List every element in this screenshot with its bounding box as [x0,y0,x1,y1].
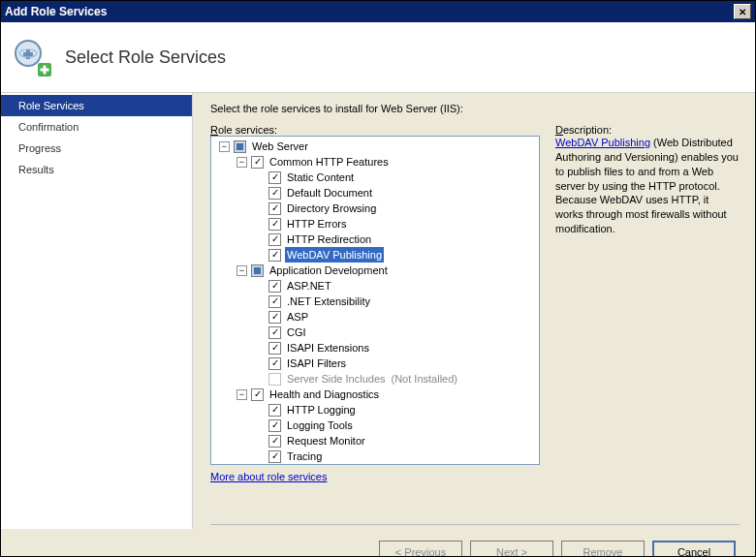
sidebar-item-role-services[interactable]: Role Services [1,95,192,116]
checkbox[interactable] [268,202,281,215]
checkbox[interactable] [268,280,281,293]
tree-node: CGI [213,325,537,340]
window-title: Add Role Services [5,5,734,18]
tree-node: −Common HTTP Features [213,154,537,170]
tree-node-label[interactable]: Common HTTP Features [268,154,391,170]
tree-node-label[interactable]: ISAPI Filters [285,356,348,371]
tree-node: ISAPI Extensions [213,340,537,356]
tree-label: Role services: [210,124,540,136]
tree-node: Directory Browsing [213,201,537,216]
tree-node: −Application Development [213,263,537,278]
previous-button[interactable]: < Previous [379,541,462,557]
checkbox[interactable] [251,156,264,169]
tree-node-label[interactable]: HTTP Errors [285,216,349,232]
sidebar-item-results[interactable]: Results [1,159,192,180]
tree-node: Tracing [213,449,537,464]
tree-node-label[interactable]: Logging Tools [285,418,355,433]
role-services-tree[interactable]: −Web Server−Common HTTP FeaturesStatic C… [210,136,540,465]
tree-node-label[interactable]: HTTP Redirection [285,232,373,247]
description-text: WebDAV Publishing (Web Distributed Autho… [555,136,740,236]
tree-node: Logging Tools [213,418,537,433]
checkbox[interactable] [268,450,281,463]
collapse-icon[interactable]: − [236,157,247,168]
wizard-icon [11,36,53,78]
tree-node: HTTP Logging [213,402,537,418]
tree-node-label[interactable]: ASP [285,309,310,325]
tree-node-label[interactable]: ISAPI Extensions [285,340,371,356]
tree-node: Request Monitor [213,433,537,449]
sidebar-item-progress[interactable]: Progress [1,138,192,159]
checkbox[interactable] [234,140,246,153]
description-body: (Web Distributed Authoring and Versionin… [555,137,739,234]
separator [210,524,740,525]
checkbox[interactable] [268,419,281,432]
tree-node-label[interactable]: CGI [285,325,308,340]
checkbox[interactable] [268,249,281,262]
checkbox[interactable] [251,264,264,277]
tree-node: −Health and Diagnostics [213,387,537,402]
checkbox[interactable] [268,295,281,308]
tree-node-label[interactable]: Health and Diagnostics [268,387,381,402]
tree-node-label[interactable]: Web Server [250,139,310,154]
tree-node: Default Document [213,185,537,201]
main-panel: Select the role services to install for … [193,93,755,529]
tree-node-label[interactable]: Directory Browsing [285,201,378,216]
checkbox[interactable] [268,171,281,184]
checkbox[interactable] [268,326,281,339]
page-title: Select Role Services [65,47,226,68]
tree-node-label[interactable]: Application Development [268,263,390,278]
collapse-icon[interactable]: − [219,141,230,152]
tree-node: WebDAV Publishing [213,247,537,263]
close-button[interactable]: ✕ [734,4,751,19]
header: Select Role Services [1,22,755,93]
description-label: Description: [555,124,740,136]
tree-node: .NET Extensibility [213,294,537,309]
checkbox[interactable] [268,187,281,200]
tree-node-label[interactable]: Request Monitor [285,433,367,449]
not-installed-label: (Not Installed) [392,371,457,387]
sidebar: Role ServicesConfirmationProgressResults [1,93,193,529]
checkbox[interactable] [268,404,281,417]
tree-node-label[interactable]: Tracing [285,449,324,464]
more-about-link[interactable]: More about role services [210,471,327,482]
tree-node-label[interactable]: .NET Extensibility [285,294,372,309]
checkbox[interactable] [268,342,281,355]
tree-node: ASP.NET [213,278,537,294]
description-link[interactable]: WebDAV Publishing [555,137,650,148]
more-link-container: More about role services [210,471,540,482]
checkbox[interactable] [268,218,281,231]
close-icon: ✕ [739,7,746,17]
svg-rect-2 [23,52,33,56]
checkbox[interactable] [268,233,281,246]
checkbox[interactable] [251,388,264,401]
tree-node-label[interactable]: Default Document [285,185,374,201]
tree-node-label[interactable]: Static Content [285,170,356,185]
svg-rect-6 [41,69,49,72]
titlebar: Add Role Services ✕ [1,1,755,22]
checkbox[interactable] [268,311,281,324]
tree-node: HTTP Redirection [213,232,537,247]
tree-node: −Web Server [213,139,537,154]
checkbox[interactable] [268,435,281,448]
collapse-icon[interactable]: − [236,265,247,276]
tree-node: ISAPI Filters [213,356,537,371]
tree-node-label[interactable]: WebDAV Publishing [285,247,384,263]
instruction-text: Select the role services to install for … [210,103,740,114]
tree-node-label[interactable]: HTTP Logging [285,402,358,418]
tree-node-label: Server Side Includes [285,371,388,387]
checkbox [268,373,281,386]
sidebar-item-confirmation[interactable]: Confirmation [1,116,192,138]
remove-button[interactable]: Remove [561,541,645,557]
tree-node: HTTP Errors [213,216,537,232]
tree-node: ASP [213,309,537,325]
checkbox[interactable] [268,357,281,370]
cancel-button[interactable]: Cancel [652,541,736,557]
collapse-icon[interactable]: − [236,389,247,400]
footer: < Previous Next > Remove Cancel [1,529,755,557]
tree-node: Server Side Includes (Not Installed) [213,371,537,387]
next-button[interactable]: Next > [470,541,553,557]
tree-node: Static Content [213,170,537,185]
tree-node-label[interactable]: ASP.NET [285,278,333,294]
